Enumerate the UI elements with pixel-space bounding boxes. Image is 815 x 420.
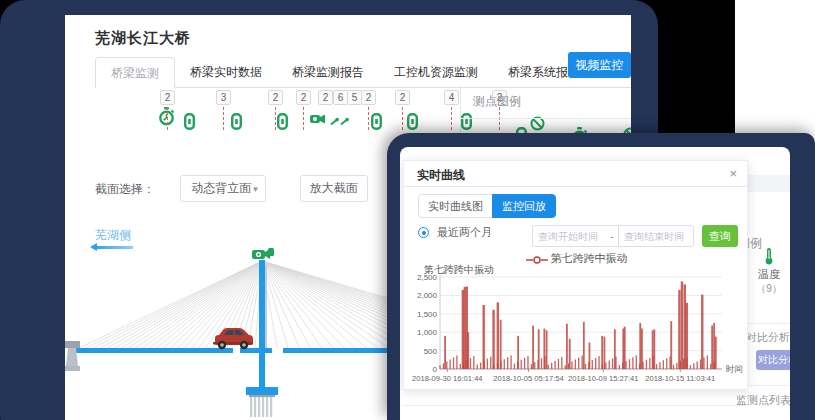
thermometer-icon: [764, 255, 774, 267]
main-tabbar: 桥梁监测桥梁实时数据桥梁监测报告工控机资源监测桥梁系统报警: [95, 57, 631, 88]
sensor-count-badge[interactable]: 6: [333, 90, 348, 105]
dashed-leader-line: [402, 107, 403, 130]
date-range-separator: -: [605, 225, 619, 247]
page-title: 芜湖长江大桥: [95, 29, 191, 48]
main-tab-3[interactable]: 工控机资源监测: [379, 57, 493, 88]
dialog-tab-1[interactable]: 监控回放: [492, 194, 556, 218]
chain-icon[interactable]: [184, 113, 195, 134]
svg-text:2,500: 2,500: [417, 273, 438, 282]
legend-panel-title: 测点图例: [461, 85, 631, 119]
radio-label: 最近两个月: [437, 226, 492, 238]
query-start-time-input[interactable]: [532, 225, 606, 247]
query-controls-row: 最近两个月 - 查询: [418, 225, 738, 247]
query-end-time-input[interactable]: [618, 225, 694, 247]
legend-text: 第七跨跨中振动: [551, 252, 628, 264]
sensor-count-badge[interactable]: 2: [296, 90, 311, 105]
divider: [402, 405, 748, 406]
svg-text:500: 500: [424, 347, 438, 356]
chain-icon[interactable]: [277, 113, 288, 134]
svg-text:1,500: 1,500: [417, 310, 438, 319]
dialog-title: 实时曲线: [417, 168, 465, 182]
dashed-leader-line: [167, 107, 168, 130]
svg-text:2018-09-30 16:01:44: 2018-09-30 16:01:44: [412, 374, 483, 383]
vibration-chart: 05001,0001,5002,0002,5002018-09-30 16:01…: [410, 273, 744, 391]
section-select-value: 动态背立面: [191, 181, 251, 195]
front-window-frame: 测点图例 温度 （9） 对比分析 对比分析 监测点列表 实时曲线 × 实时曲线图…: [387, 133, 815, 420]
sensor-count-badge[interactable]: 2: [318, 90, 333, 105]
main-tab-0[interactable]: 桥梁监测: [95, 57, 175, 88]
bridge-side-label: 芜湖侧: [95, 227, 131, 244]
sensor-count-badge[interactable]: 2: [361, 90, 376, 105]
dialog-tab-group: 实时曲线图监控回放: [418, 194, 556, 218]
svg-text:时间: 时间: [726, 364, 743, 374]
dashed-leader-line: [303, 107, 304, 130]
side-panel-header-band: [741, 175, 790, 192]
dashed-leader-line: [275, 107, 276, 130]
video-monitor-button[interactable]: 视频监控: [568, 52, 631, 78]
section-selector-row: 截面选择： 动态背立面 ▼ 放大截面: [95, 175, 368, 203]
svg-text:2018-10-15 11:03:41: 2018-10-15 11:03:41: [645, 374, 715, 383]
chevron-down-icon: ▼: [251, 177, 259, 202]
sensor-count-badge[interactable]: 3: [216, 90, 231, 105]
dashed-leader-line: [223, 107, 224, 130]
camera-icon[interactable]: [310, 111, 325, 129]
query-button[interactable]: 查询: [702, 225, 738, 247]
dashed-leader-line: [451, 107, 452, 130]
temperature-count: （9）: [752, 282, 786, 296]
svg-text:2018-10-09 15:27:41: 2018-10-09 15:27:41: [568, 374, 639, 383]
sensor-count-badge[interactable]: 2: [160, 90, 175, 105]
section-select[interactable]: 动态背立面 ▼: [180, 175, 266, 202]
camera-icon[interactable]: [252, 248, 274, 259]
radio-last-two-months[interactable]: [418, 227, 429, 238]
sensor-count-badge[interactable]: 2: [268, 90, 283, 105]
legend-marker-icon: [526, 255, 548, 265]
svg-text:1,000: 1,000: [417, 328, 438, 337]
temperature-sensor-item[interactable]: 温度 （9）: [752, 247, 786, 296]
svg-text:0: 0: [433, 365, 438, 374]
dialog-tab-0[interactable]: 实时曲线图: [418, 194, 493, 218]
dashed-leader-line: [368, 107, 369, 130]
compare-section-title: 对比分析: [746, 330, 790, 345]
svg-text:2,000: 2,000: [417, 291, 438, 300]
chain-icon[interactable]: [371, 113, 382, 134]
background-window: [735, 0, 815, 150]
temperature-label: 温度: [752, 267, 786, 282]
section-select-label: 截面选择：: [95, 175, 155, 203]
dialog-header: 实时曲线 ×: [404, 161, 747, 187]
bridge-deck: [75, 348, 233, 353]
close-icon[interactable]: ×: [729, 161, 737, 187]
compare-analysis-button[interactable]: 对比分析: [756, 350, 790, 370]
enlarge-section-button[interactable]: 放大截面: [300, 175, 368, 202]
main-tab-2[interactable]: 桥梁监测报告: [277, 57, 379, 88]
sensor-count-badge[interactable]: 5: [347, 90, 362, 105]
front-page: 测点图例 温度 （9） 对比分析 对比分析 监测点列表 实时曲线 × 实时曲线图…: [400, 147, 790, 420]
left-pier: [65, 341, 80, 371]
svg-text:2018-10-05 05:17:54: 2018-10-05 05:17:54: [493, 374, 564, 383]
main-tab-1[interactable]: 桥梁实时数据: [175, 57, 277, 88]
sensor-count-badge[interactable]: 2: [395, 90, 410, 105]
wrench-icon[interactable]: [338, 114, 350, 132]
car: [213, 328, 253, 349]
realtime-curve-dialog: 实时曲线 × 实时曲线图监控回放 最近两个月 - 查询 第七跨跨中振动 第七跨跨: [403, 160, 748, 390]
sensor-count-badge[interactable]: 4: [444, 90, 459, 105]
chain-icon[interactable]: [407, 113, 418, 134]
chain-icon[interactable]: [231, 113, 242, 134]
